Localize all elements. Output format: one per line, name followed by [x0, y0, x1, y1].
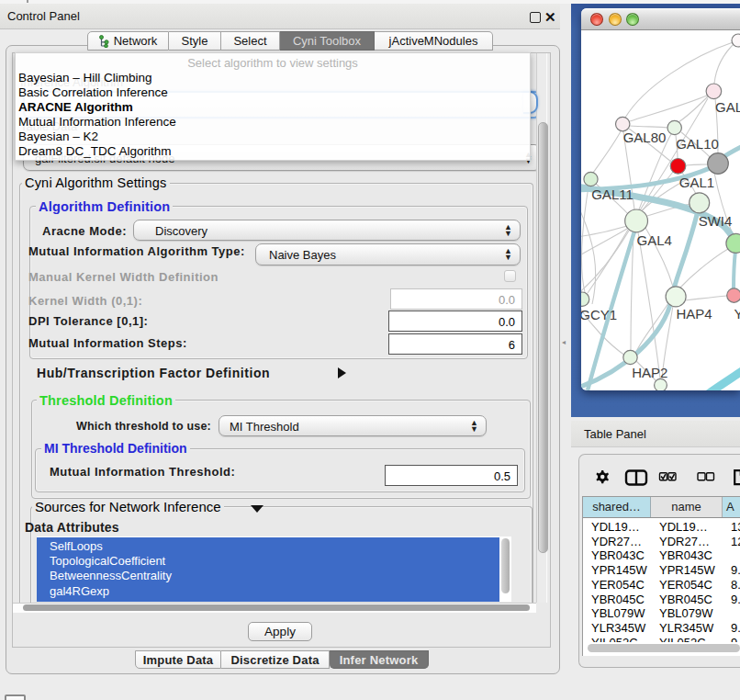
svg-text:GAL11: GAL11 [591, 186, 633, 202]
svg-text:HAP2: HAP2 [632, 365, 667, 380]
svg-text:HAP4: HAP4 [676, 306, 712, 322]
svg-text:SWI4: SWI4 [699, 213, 733, 229]
svg-text:YJ: YJ [734, 306, 740, 322]
svg-text:GAL1: GAL1 [679, 175, 714, 190]
svg-text:GCY1: GCY1 [581, 307, 617, 322]
svg-text:GAL2: GAL2 [715, 99, 740, 115]
svg-text:GAL80: GAL80 [623, 130, 667, 145]
svg-text:GAL10: GAL10 [676, 136, 719, 152]
svg-text:GAL4: GAL4 [637, 232, 672, 248]
